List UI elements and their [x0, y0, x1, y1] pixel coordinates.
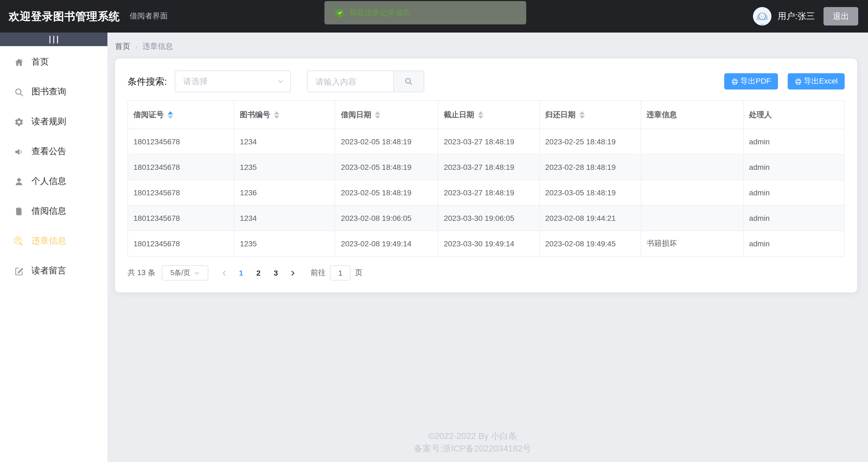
username-label: 用户:张三 [778, 10, 815, 22]
search-button[interactable] [393, 71, 424, 92]
user-icon [14, 177, 24, 186]
sidebar-item-label: 读者规则 [31, 116, 66, 127]
sidebar-item-reader-rules[interactable]: 读者规则 [0, 107, 107, 137]
chevron-left-icon [221, 270, 227, 276]
logout-button[interactable]: 退出 [824, 7, 858, 26]
export-excel-button[interactable]: 导出Excel [788, 73, 845, 90]
table-row: 18012345678 1235 2023-02-05 18:48:19 202… [128, 154, 844, 180]
sidebar-item-label: 图书查询 [31, 86, 66, 98]
table-row: 18012345678 1236 2023-02-05 18:48:19 202… [128, 180, 844, 205]
pagination: 共 13 条 5条/页 1 2 3 前往 页 [127, 265, 845, 280]
pagination-total: 共 13 条 [127, 268, 155, 278]
avatar-girl-icon [753, 7, 771, 26]
user-avatar [753, 7, 771, 26]
sidebar-item-reader-messages[interactable]: 读者留言 [0, 256, 107, 286]
app-root: 欢迎登录图书管理系统 借阅者界面 用户:张三 退出 获取违章记录成功 [0, 0, 868, 462]
gear-icon [14, 117, 24, 127]
hamburger-vertical-bars-icon [50, 35, 51, 43]
sidebar-collapse-toggle[interactable] [0, 33, 107, 46]
sidebar-item-personal-info[interactable]: 个人信息 [0, 166, 107, 196]
sidebar-item-label: 违章信息 [31, 236, 66, 247]
magnifier-icon [404, 77, 413, 86]
sidebar-item-label: 借阅信息 [31, 206, 66, 217]
breadcrumb: 首页 › 违章信息 [107, 33, 868, 59]
app-title: 欢迎登录图书管理系统 [9, 9, 120, 24]
edit-note-icon [14, 266, 24, 276]
violations-table: 借阅证号 图书编号 借阅日期 [127, 100, 845, 257]
column-header-card-no[interactable]: 借阅证号 [128, 101, 234, 129]
home-icon [14, 57, 24, 67]
breadcrumb-separator-icon: › [135, 42, 137, 51]
prev-page-button[interactable] [216, 265, 232, 280]
success-toast: 获取违章记录成功 [324, 1, 526, 24]
printer-icon [795, 78, 802, 85]
main-content: 首页 › 违章信息 条件搜索: 请选择 [107, 33, 868, 462]
search-field-select[interactable]: 请选择 [175, 70, 290, 92]
chevron-down-icon [194, 270, 200, 276]
chevron-right-icon [290, 270, 296, 276]
table-row: 18012345678 1234 2023-02-08 19:06:05 202… [128, 205, 844, 231]
page-number-1[interactable]: 1 [233, 265, 249, 280]
sidebar-item-label: 查看公告 [31, 146, 66, 157]
violation-magnifier-icon: 违 [14, 236, 24, 246]
export-pdf-button[interactable]: 导出PDF [724, 73, 778, 90]
search-icon [14, 87, 24, 97]
sidebar-item-announcements[interactable]: 查看公告 [0, 137, 107, 166]
page-footer: ©2022-2022 By 小白条 备案号:浙ICP备2022034182号 [107, 429, 838, 454]
table-row: 18012345678 1235 2023-02-08 19:49:14 202… [128, 231, 844, 256]
speaker-icon [14, 147, 24, 157]
breadcrumb-home[interactable]: 首页 [115, 42, 130, 52]
toast-message: 获取违章记录成功 [349, 8, 410, 18]
column-header-due-date[interactable]: 截止日期 [438, 101, 539, 129]
sidebar-item-violation-info[interactable]: 违 违章信息 [0, 226, 107, 256]
search-input-group [307, 70, 424, 92]
page-suffix-label: 页 [355, 268, 363, 278]
check-circle-icon [335, 8, 344, 17]
header-user-area: 用户:张三 退出 [753, 7, 858, 26]
column-header-return-date[interactable]: 归还日期 [539, 101, 641, 129]
table-row: 18012345678 1234 2023-02-05 18:48:19 202… [128, 129, 844, 154]
select-placeholder: 请选择 [183, 76, 277, 87]
book-icon [14, 207, 24, 216]
sidebar-item-home[interactable]: 首页 [0, 47, 107, 77]
app-subtitle: 借阅者界面 [130, 11, 167, 21]
table-header-row: 借阅证号 图书编号 借阅日期 [128, 101, 844, 129]
sidebar: 首页 图书查询 读者规则 查看公告 [0, 33, 107, 462]
column-header-handler: 处理人 [743, 101, 844, 129]
printer-icon [731, 78, 738, 85]
search-toolbar: 条件搜索: 请选择 导出PDF [127, 70, 845, 92]
page-number-2[interactable]: 2 [250, 265, 267, 280]
column-header-violation: 违章信息 [641, 101, 744, 129]
sidebar-item-book-search[interactable]: 图书查询 [0, 77, 107, 107]
footer-icp: 备案号:浙ICP备2022034182号 [107, 442, 838, 454]
sidebar-item-label: 读者留言 [31, 265, 66, 277]
search-input[interactable] [307, 71, 393, 92]
next-page-button[interactable] [284, 265, 301, 280]
page-size-select[interactable]: 5条/页 [162, 265, 209, 280]
sidebar-menu: 首页 图书查询 读者规则 查看公告 [0, 46, 107, 286]
sidebar-item-borrow-info[interactable]: 借阅信息 [0, 196, 107, 226]
breadcrumb-current: 违章信息 [143, 42, 173, 52]
sort-carets-icon[interactable] [478, 111, 484, 119]
sidebar-item-label: 个人信息 [31, 176, 66, 187]
sort-carets-icon[interactable] [579, 111, 585, 119]
chevron-down-icon [277, 78, 283, 85]
sort-carets-icon[interactable] [167, 111, 173, 119]
sidebar-item-label: 首页 [31, 56, 49, 68]
goto-page-input[interactable] [330, 265, 351, 280]
search-label: 条件搜索: [127, 75, 167, 88]
page-number-3[interactable]: 3 [268, 265, 284, 280]
sort-carets-icon[interactable] [375, 111, 380, 119]
goto-label: 前往 [311, 268, 326, 278]
footer-copyright: ©2022-2022 By 小白条 [107, 429, 838, 442]
content-card: 条件搜索: 请选择 导出PDF [115, 59, 857, 292]
column-header-book-no[interactable]: 图书编号 [234, 101, 335, 129]
column-header-borrow-date[interactable]: 借阅日期 [335, 101, 438, 129]
sort-carets-icon[interactable] [274, 111, 279, 119]
